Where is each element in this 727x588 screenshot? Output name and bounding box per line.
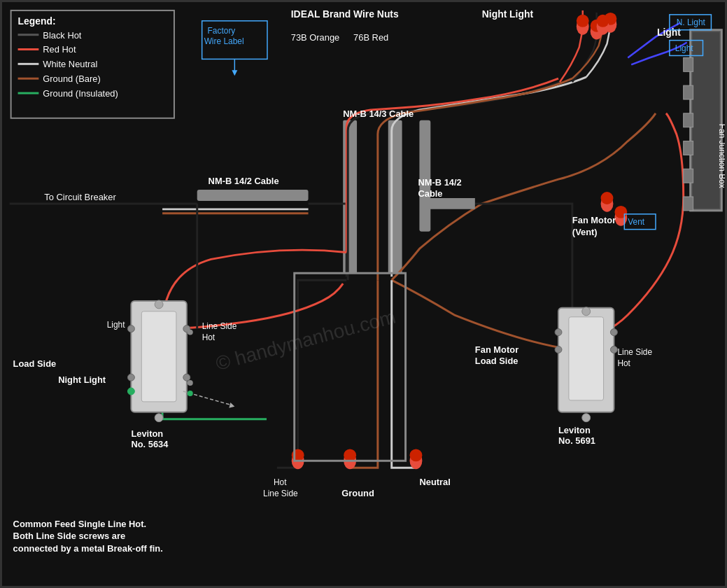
svg-rect-27 xyxy=(684,113,693,127)
svg-point-44 xyxy=(582,414,591,422)
svg-rect-33 xyxy=(141,312,176,402)
svg-rect-25 xyxy=(684,57,693,71)
svg-point-18 xyxy=(410,449,423,461)
svg-text:Load Side: Load Side xyxy=(475,356,518,366)
svg-text:N. Light: N. Light xyxy=(677,18,706,27)
svg-text:Legend:: Legend: xyxy=(18,15,56,27)
svg-text:No. 5691: No. 5691 xyxy=(558,435,595,446)
svg-text:Leviton: Leviton xyxy=(558,425,591,435)
svg-point-40 xyxy=(127,388,134,395)
svg-rect-26 xyxy=(684,85,693,99)
svg-text:Hot: Hot xyxy=(617,358,630,368)
svg-text:connected by a metal Break-off: connected by a metal Break-off fin. xyxy=(13,543,163,554)
svg-rect-30 xyxy=(684,197,693,211)
svg-text:NM-B 14/2 Cable: NM-B 14/2 Cable xyxy=(209,176,279,186)
svg-text:Hot: Hot xyxy=(202,332,216,342)
svg-point-36 xyxy=(127,326,134,332)
svg-point-48 xyxy=(610,346,617,353)
svg-text:Neutral: Neutral xyxy=(419,477,450,487)
svg-text:76B Red: 76B Red xyxy=(353,32,388,43)
svg-rect-2 xyxy=(388,120,402,273)
svg-text:Hot: Hot xyxy=(274,477,287,487)
svg-rect-3 xyxy=(197,190,309,201)
svg-text:Black Hot: Black Hot xyxy=(43,30,82,41)
svg-text:Light: Light xyxy=(107,320,126,330)
svg-rect-4 xyxy=(419,120,430,232)
svg-point-45 xyxy=(555,329,562,336)
svg-point-43 xyxy=(582,307,591,316)
svg-text:NM-B 14/2: NM-B 14/2 xyxy=(418,177,461,188)
svg-text:Both Line Side screws are: Both Line Side screws are xyxy=(13,531,125,541)
svg-text:Fan Motor: Fan Motor xyxy=(572,215,616,225)
svg-text:Ground: Ground xyxy=(341,488,374,498)
svg-point-8 xyxy=(577,15,589,27)
svg-point-12 xyxy=(597,15,609,27)
svg-point-16 xyxy=(344,449,356,461)
svg-text:Red Hot: Red Hot xyxy=(43,44,76,55)
svg-point-111 xyxy=(188,391,193,396)
svg-point-47 xyxy=(555,346,562,353)
svg-rect-29 xyxy=(684,169,693,183)
svg-text:Line Side: Line Side xyxy=(263,489,298,498)
svg-point-20 xyxy=(601,192,614,204)
svg-text:No. 5634: No. 5634 xyxy=(131,439,169,449)
svg-text:Night Light: Night Light xyxy=(482,8,534,20)
svg-text:Wire Label: Wire Label xyxy=(204,36,244,46)
svg-text:Fan Junction Box: Fan Junction Box xyxy=(717,124,725,188)
svg-rect-1 xyxy=(343,120,357,273)
svg-text:Ground (Insulated): Ground (Insulated) xyxy=(43,88,118,99)
svg-text:White Neutral: White Neutral xyxy=(43,59,97,69)
svg-point-35 xyxy=(155,414,163,422)
svg-text:Night Light: Night Light xyxy=(58,374,106,385)
svg-text:Cable: Cable xyxy=(418,188,442,199)
diagram-container: IDEAL Brand Wire Nuts 73B Orange 76B Red… xyxy=(0,0,727,588)
svg-text:73B Orange: 73B Orange xyxy=(291,32,340,43)
svg-text:Common Feed Single Line Hot.: Common Feed Single Line Hot. xyxy=(13,519,147,529)
svg-point-38 xyxy=(127,374,134,381)
svg-text:Line Side: Line Side xyxy=(202,321,237,331)
svg-text:Leviton: Leviton xyxy=(131,428,163,439)
svg-point-34 xyxy=(155,300,163,309)
svg-rect-42 xyxy=(569,317,604,400)
svg-text:(Vent): (Vent) xyxy=(572,227,598,237)
svg-text:Vent: Vent xyxy=(628,217,645,227)
svg-text:Load Side: Load Side xyxy=(13,358,57,369)
svg-point-46 xyxy=(610,329,617,336)
svg-text:Line Side: Line Side xyxy=(617,347,652,357)
svg-text:Ground (Bare): Ground (Bare) xyxy=(43,74,100,84)
svg-text:Fan Motor: Fan Motor xyxy=(475,344,518,355)
svg-point-39 xyxy=(183,374,190,381)
svg-text:To Circuit Breaker: To Circuit Breaker xyxy=(44,192,116,202)
svg-rect-24 xyxy=(693,32,720,209)
svg-rect-28 xyxy=(684,141,693,155)
svg-point-109 xyxy=(188,330,193,335)
svg-point-110 xyxy=(188,380,193,386)
svg-text:IDEAL Brand Wire Nuts: IDEAL Brand Wire Nuts xyxy=(291,8,399,20)
svg-text:NM-B 14/3 Cable: NM-B 14/3 Cable xyxy=(343,108,414,119)
svg-text:Factory: Factory xyxy=(208,26,236,36)
svg-text:Light: Light xyxy=(675,43,694,53)
svg-point-22 xyxy=(614,206,627,218)
